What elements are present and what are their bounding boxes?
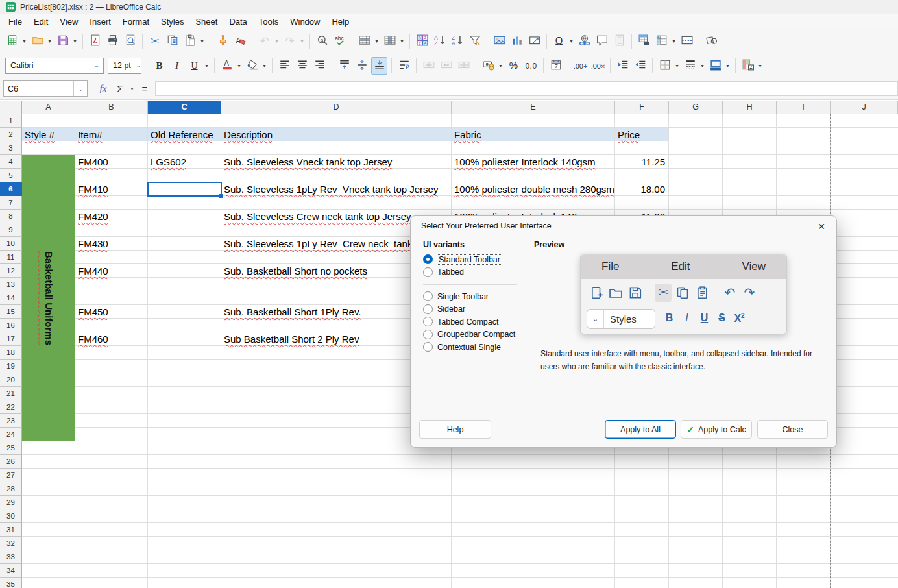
font-color-dropdown[interactable]: ▾ <box>236 57 243 75</box>
column-header-D[interactable]: D <box>221 101 452 114</box>
column-button[interactable] <box>382 32 398 50</box>
insert-image-button[interactable] <box>491 32 507 50</box>
cell-B8[interactable]: FM420 <box>78 210 108 223</box>
name-box[interactable]: C6 ⌄ <box>3 80 88 97</box>
row-header-7[interactable]: 7 <box>0 196 22 210</box>
cell-B15[interactable]: FM450 <box>78 305 108 319</box>
radio-contextual-single[interactable]: Contextual Single <box>423 341 517 354</box>
radio-single-toolbar[interactable]: Single Toolbar <box>423 290 517 303</box>
underline-dropdown[interactable]: ▾ <box>203 57 210 75</box>
wrap-text-button[interactable] <box>396 57 412 75</box>
new-document-button[interactable] <box>4 32 20 50</box>
align-right-button[interactable] <box>311 57 328 75</box>
radio-groupedbar-compact[interactable]: Groupedbar Compact <box>423 328 517 341</box>
close-icon[interactable]: ✕ <box>814 219 829 234</box>
column-header-E[interactable]: E <box>452 101 615 114</box>
row-header-19[interactable]: 19 <box>0 360 22 373</box>
row-button[interactable] <box>356 32 372 50</box>
radio-standard-toolbar[interactable]: Standard Toolbar <box>423 253 517 266</box>
menu-view[interactable]: View <box>54 16 84 28</box>
row-header-5[interactable]: 5 <box>0 169 22 182</box>
special-character-dropdown[interactable]: ▾ <box>568 32 575 50</box>
italic-button[interactable]: I <box>169 57 185 75</box>
sum-dropdown[interactable]: ▾ <box>128 80 136 97</box>
cell-B6[interactable]: FM410 <box>78 182 108 196</box>
row-header-24[interactable]: 24 <box>0 428 22 441</box>
cell-F4[interactable]: 11.25 <box>617 155 665 169</box>
clone-formatting-button[interactable] <box>214 32 230 50</box>
row-header-2[interactable]: 2 <box>0 128 22 141</box>
new-document-dropdown[interactable]: ▾ <box>21 32 28 50</box>
row-header-27[interactable]: 27 <box>0 469 22 482</box>
row-header-20[interactable]: 20 <box>0 373 22 387</box>
row-header-29[interactable]: 29 <box>0 496 22 509</box>
row-header-22[interactable]: 22 <box>0 400 22 414</box>
cell-C4[interactable]: LGS602 <box>151 155 186 169</box>
row-header-17[interactable]: 17 <box>0 332 22 346</box>
font-size-combo[interactable]: 12 pt⌄ <box>108 58 141 74</box>
insert-hyperlink-button[interactable] <box>576 32 592 50</box>
row-header-32[interactable]: 32 <box>0 537 22 550</box>
sort-descending-button[interactable]: ZA <box>449 32 465 50</box>
row-header-25[interactable]: 25 <box>0 441 22 455</box>
row-header-4[interactable]: 4 <box>0 155 22 169</box>
font-color-button[interactable]: A <box>219 57 235 75</box>
active-cell-selection[interactable] <box>147 182 222 197</box>
row-header-14[interactable]: 14 <box>0 291 22 305</box>
row-dropdown[interactable]: ▾ <box>373 32 380 50</box>
row-header-23[interactable]: 23 <box>0 414 22 428</box>
radio-tabbed[interactable]: Tabbed <box>423 266 517 279</box>
menu-format[interactable]: Format <box>117 16 155 28</box>
row-header-26[interactable]: 26 <box>0 455 22 469</box>
format-currency-dropdown[interactable]: ▾ <box>497 57 504 75</box>
copy-button[interactable] <box>164 32 180 50</box>
autofilter-button[interactable] <box>467 32 483 50</box>
row-header-11[interactable]: 11 <box>0 251 22 264</box>
column-header-J[interactable]: J <box>831 101 898 114</box>
row-header-34[interactable]: 34 <box>0 564 22 578</box>
align-top-button[interactable] <box>336 57 352 75</box>
format-currency-button[interactable] <box>480 57 496 75</box>
special-character-button[interactable]: Ω <box>551 32 567 50</box>
cell-D12[interactable]: Sub. Basketball Short no pockets <box>224 264 367 278</box>
menu-window[interactable]: Window <box>284 16 326 28</box>
border-color-dropdown[interactable]: ▾ <box>724 57 731 75</box>
delete-decimal-place-button[interactable]: .00× <box>590 57 606 75</box>
print-preview-button[interactable] <box>122 32 138 50</box>
column-header-H[interactable]: H <box>723 101 777 114</box>
function-wizard-button[interactable]: fx <box>95 80 112 97</box>
cell-B17[interactable]: FM460 <box>78 332 108 346</box>
row-header-10[interactable]: 10 <box>0 237 22 251</box>
row-header-6[interactable]: 6 <box>0 182 22 196</box>
cell-D2[interactable]: Description <box>224 128 273 141</box>
save-button[interactable] <box>55 32 71 50</box>
decrease-indent-button[interactable] <box>632 57 648 75</box>
column-header-B[interactable]: B <box>75 101 148 114</box>
border-style-button[interactable] <box>682 57 698 75</box>
cell-D6[interactable]: Sub. Sleeveless 1pLy Rev Vneck tank top … <box>224 182 438 196</box>
column-header-C[interactable]: C <box>148 101 221 114</box>
close-button[interactable]: Close <box>757 420 828 439</box>
row-header-8[interactable]: 8 <box>0 210 22 223</box>
row-header-18[interactable]: 18 <box>0 346 22 360</box>
freeze-rows-columns-dropdown[interactable]: ▾ <box>670 32 677 50</box>
cell-D8[interactable]: Sub. Sleeveless Crew neck tank top Jerse… <box>224 210 411 223</box>
cell-A2[interactable]: Style # <box>25 128 55 141</box>
add-decimal-place-button[interactable]: .00+ <box>572 57 589 75</box>
cell-D10[interactable]: Sub. Sleeveless 1pLy Rev Crew neck tank … <box>224 237 423 251</box>
cut-button[interactable]: ✂ <box>147 32 163 50</box>
insert-text-box-button[interactable] <box>526 32 542 50</box>
clear-formatting-button[interactable]: A <box>232 32 248 50</box>
menu-file[interactable]: File <box>3 16 28 28</box>
borders-button[interactable] <box>657 57 673 75</box>
align-bottom-button[interactable] <box>371 57 387 75</box>
menu-data[interactable]: Data <box>223 16 252 28</box>
paste-dropdown[interactable]: ▾ <box>199 32 206 50</box>
cell-B10[interactable]: FM430 <box>78 237 108 251</box>
chevron-down-icon[interactable]: ⌄ <box>90 58 103 73</box>
column-header-A[interactable]: A <box>22 101 75 114</box>
chevron-down-icon[interactable]: ⌄ <box>73 81 87 96</box>
cell-B12[interactable]: FM440 <box>78 264 108 278</box>
row-header-33[interactable]: 33 <box>0 550 22 564</box>
cell-E2[interactable]: Fabric <box>454 128 481 141</box>
